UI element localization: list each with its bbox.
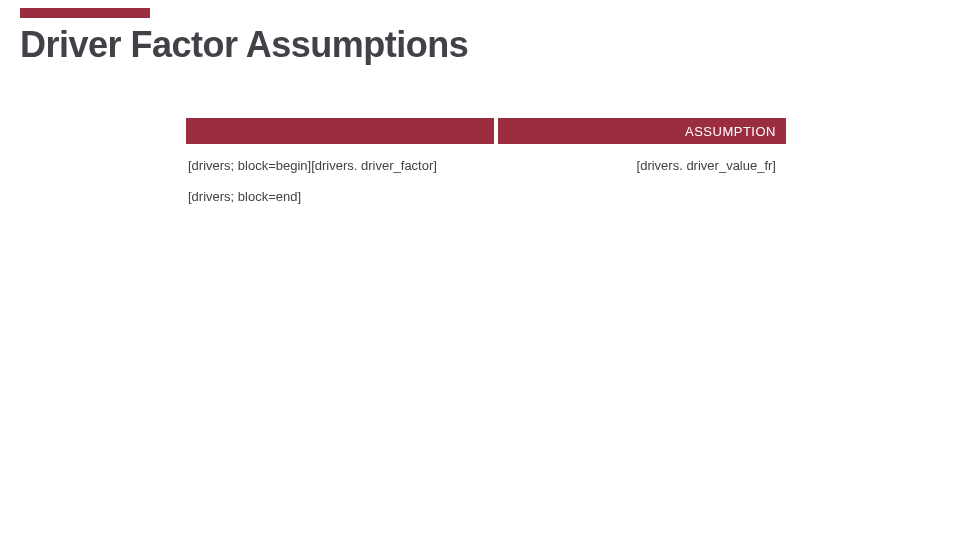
driver-value-cell: [drivers. driver_value_fr] (500, 158, 786, 173)
accent-bar (20, 8, 150, 18)
table-header-blank (186, 118, 494, 144)
table-row: [drivers; block=begin][drivers. driver_f… (186, 158, 786, 173)
block-end-marker: [drivers; block=end] (186, 189, 786, 204)
page-title: Driver Factor Assumptions (20, 24, 468, 66)
driver-factor-cell: [drivers; block=begin][drivers. driver_f… (186, 158, 500, 173)
assumptions-table: ASSUMPTION [drivers; block=begin][driver… (186, 118, 786, 204)
table-header-assumption-label: ASSUMPTION (685, 124, 776, 139)
slide: Driver Factor Assumptions ASSUMPTION [dr… (0, 0, 960, 540)
table-header-assumption: ASSUMPTION (498, 118, 786, 144)
table-header-row: ASSUMPTION (186, 118, 786, 144)
